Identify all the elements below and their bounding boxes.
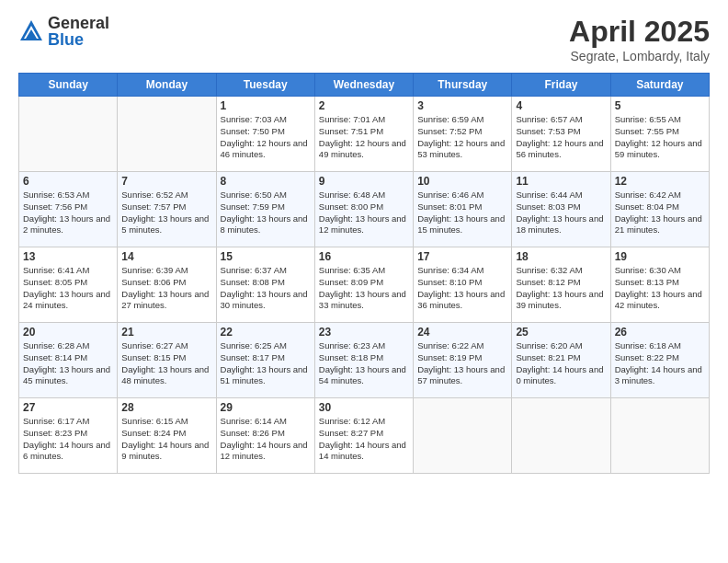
day-number: 13 bbox=[23, 250, 113, 263]
calendar: Sunday Monday Tuesday Wednesday Thursday… bbox=[18, 73, 710, 474]
day-info: Sunrise: 6:57 AM Sunset: 7:53 PM Dayligh… bbox=[516, 114, 606, 161]
col-friday: Friday bbox=[512, 74, 610, 97]
day-cell: 19Sunrise: 6:30 AM Sunset: 8:13 PM Dayli… bbox=[610, 247, 709, 323]
subtitle: Segrate, Lombardy, Italy bbox=[569, 49, 710, 63]
day-info: Sunrise: 6:23 AM Sunset: 8:18 PM Dayligh… bbox=[319, 340, 409, 387]
header: General Blue April 2025 Segrate, Lombard… bbox=[18, 15, 710, 63]
day-number: 30 bbox=[319, 401, 409, 414]
week-row-2: 13Sunrise: 6:41 AM Sunset: 8:05 PM Dayli… bbox=[19, 247, 710, 323]
day-info: Sunrise: 6:30 AM Sunset: 8:13 PM Dayligh… bbox=[615, 265, 705, 312]
day-cell: 10Sunrise: 6:46 AM Sunset: 8:01 PM Dayli… bbox=[414, 172, 512, 247]
day-cell: 29Sunrise: 6:14 AM Sunset: 8:26 PM Dayli… bbox=[216, 398, 314, 474]
col-monday: Monday bbox=[118, 74, 216, 97]
day-info: Sunrise: 6:53 AM Sunset: 7:56 PM Dayligh… bbox=[23, 190, 113, 236]
day-cell: 9Sunrise: 6:48 AM Sunset: 8:00 PM Daylig… bbox=[314, 172, 413, 247]
day-info: Sunrise: 6:34 AM Sunset: 8:10 PM Dayligh… bbox=[417, 265, 507, 312]
day-cell: 14Sunrise: 6:39 AM Sunset: 8:06 PM Dayli… bbox=[118, 247, 216, 323]
day-number: 3 bbox=[417, 99, 507, 112]
day-cell bbox=[118, 97, 216, 172]
day-cell: 3Sunrise: 6:59 AM Sunset: 7:52 PM Daylig… bbox=[414, 97, 512, 172]
day-number: 23 bbox=[319, 326, 409, 339]
logo-general: General bbox=[48, 15, 109, 31]
day-cell: 26Sunrise: 6:18 AM Sunset: 8:22 PM Dayli… bbox=[610, 323, 709, 398]
day-info: Sunrise: 6:28 AM Sunset: 8:14 PM Dayligh… bbox=[23, 340, 113, 387]
day-number: 10 bbox=[417, 175, 507, 188]
day-info: Sunrise: 6:14 AM Sunset: 8:26 PM Dayligh… bbox=[221, 416, 311, 463]
col-tuesday: Tuesday bbox=[216, 74, 314, 97]
day-cell bbox=[414, 398, 512, 474]
day-info: Sunrise: 6:15 AM Sunset: 8:24 PM Dayligh… bbox=[121, 416, 211, 463]
day-cell: 24Sunrise: 6:22 AM Sunset: 8:19 PM Dayli… bbox=[414, 323, 512, 398]
day-info: Sunrise: 6:50 AM Sunset: 7:59 PM Dayligh… bbox=[221, 190, 311, 236]
col-sunday: Sunday bbox=[19, 74, 118, 97]
day-number: 27 bbox=[23, 401, 113, 414]
day-cell: 8Sunrise: 6:50 AM Sunset: 7:59 PM Daylig… bbox=[216, 172, 314, 247]
day-number: 2 bbox=[319, 99, 409, 112]
day-number: 16 bbox=[319, 250, 409, 263]
day-cell: 7Sunrise: 6:52 AM Sunset: 7:57 PM Daylig… bbox=[118, 172, 216, 247]
week-row-4: 27Sunrise: 6:17 AM Sunset: 8:23 PM Dayli… bbox=[19, 398, 710, 474]
day-number: 8 bbox=[221, 175, 311, 188]
day-info: Sunrise: 6:39 AM Sunset: 8:06 PM Dayligh… bbox=[121, 265, 211, 312]
day-info: Sunrise: 6:55 AM Sunset: 7:55 PM Dayligh… bbox=[615, 114, 705, 161]
day-number: 22 bbox=[221, 326, 311, 339]
day-info: Sunrise: 7:01 AM Sunset: 7:51 PM Dayligh… bbox=[319, 114, 409, 161]
day-number: 25 bbox=[516, 326, 606, 339]
logo-icon bbox=[18, 18, 44, 44]
day-cell: 17Sunrise: 6:34 AM Sunset: 8:10 PM Dayli… bbox=[414, 247, 512, 323]
day-number: 29 bbox=[221, 401, 311, 414]
day-info: Sunrise: 6:44 AM Sunset: 8:03 PM Dayligh… bbox=[516, 190, 606, 236]
day-info: Sunrise: 6:27 AM Sunset: 8:15 PM Dayligh… bbox=[121, 340, 211, 387]
day-info: Sunrise: 6:32 AM Sunset: 8:12 PM Dayligh… bbox=[516, 265, 606, 312]
day-number: 4 bbox=[516, 99, 606, 112]
day-cell: 28Sunrise: 6:15 AM Sunset: 8:24 PM Dayli… bbox=[118, 398, 216, 474]
day-number: 1 bbox=[221, 99, 311, 112]
day-number: 9 bbox=[319, 175, 409, 188]
day-cell bbox=[19, 97, 118, 172]
day-info: Sunrise: 7:03 AM Sunset: 7:50 PM Dayligh… bbox=[221, 114, 311, 161]
day-cell: 16Sunrise: 6:35 AM Sunset: 8:09 PM Dayli… bbox=[314, 247, 413, 323]
day-info: Sunrise: 6:12 AM Sunset: 8:27 PM Dayligh… bbox=[319, 416, 409, 463]
day-number: 5 bbox=[615, 99, 705, 112]
day-cell: 20Sunrise: 6:28 AM Sunset: 8:14 PM Dayli… bbox=[19, 323, 118, 398]
day-cell: 30Sunrise: 6:12 AM Sunset: 8:27 PM Dayli… bbox=[314, 398, 413, 474]
day-number: 28 bbox=[121, 401, 211, 414]
col-saturday: Saturday bbox=[610, 74, 709, 97]
day-cell bbox=[512, 398, 610, 474]
header-row: Sunday Monday Tuesday Wednesday Thursday… bbox=[19, 74, 710, 97]
day-number: 15 bbox=[221, 250, 311, 263]
logo: General Blue bbox=[18, 15, 109, 48]
col-thursday: Thursday bbox=[414, 74, 512, 97]
week-row-3: 20Sunrise: 6:28 AM Sunset: 8:14 PM Dayli… bbox=[19, 323, 710, 398]
day-info: Sunrise: 6:25 AM Sunset: 8:17 PM Dayligh… bbox=[221, 340, 311, 387]
week-row-1: 6Sunrise: 6:53 AM Sunset: 7:56 PM Daylig… bbox=[19, 172, 710, 247]
day-number: 26 bbox=[615, 326, 705, 339]
day-cell: 21Sunrise: 6:27 AM Sunset: 8:15 PM Dayli… bbox=[118, 323, 216, 398]
day-cell: 1Sunrise: 7:03 AM Sunset: 7:50 PM Daylig… bbox=[216, 97, 314, 172]
day-cell: 5Sunrise: 6:55 AM Sunset: 7:55 PM Daylig… bbox=[610, 97, 709, 172]
day-number: 14 bbox=[121, 250, 211, 263]
day-cell: 4Sunrise: 6:57 AM Sunset: 7:53 PM Daylig… bbox=[512, 97, 610, 172]
day-info: Sunrise: 6:42 AM Sunset: 8:04 PM Dayligh… bbox=[615, 190, 705, 236]
day-cell: 12Sunrise: 6:42 AM Sunset: 8:04 PM Dayli… bbox=[610, 172, 709, 247]
day-number: 11 bbox=[516, 175, 606, 188]
main-title: April 2025 bbox=[569, 15, 710, 49]
day-cell: 25Sunrise: 6:20 AM Sunset: 8:21 PM Dayli… bbox=[512, 323, 610, 398]
day-cell: 2Sunrise: 7:01 AM Sunset: 7:51 PM Daylig… bbox=[314, 97, 413, 172]
title-area: April 2025 Segrate, Lombardy, Italy bbox=[569, 15, 710, 63]
day-cell: 27Sunrise: 6:17 AM Sunset: 8:23 PM Dayli… bbox=[19, 398, 118, 474]
day-info: Sunrise: 6:46 AM Sunset: 8:01 PM Dayligh… bbox=[417, 190, 507, 236]
day-number: 17 bbox=[417, 250, 507, 263]
day-info: Sunrise: 6:22 AM Sunset: 8:19 PM Dayligh… bbox=[417, 340, 507, 387]
day-info: Sunrise: 6:59 AM Sunset: 7:52 PM Dayligh… bbox=[417, 114, 507, 161]
day-info: Sunrise: 6:37 AM Sunset: 8:08 PM Dayligh… bbox=[221, 265, 311, 312]
logo-blue: Blue bbox=[48, 31, 109, 48]
day-number: 24 bbox=[417, 326, 507, 339]
day-info: Sunrise: 6:48 AM Sunset: 8:00 PM Dayligh… bbox=[319, 190, 409, 236]
day-number: 18 bbox=[516, 250, 606, 263]
day-cell: 15Sunrise: 6:37 AM Sunset: 8:08 PM Dayli… bbox=[216, 247, 314, 323]
logo-text: General Blue bbox=[48, 15, 109, 48]
day-info: Sunrise: 6:17 AM Sunset: 8:23 PM Dayligh… bbox=[23, 416, 113, 463]
day-number: 7 bbox=[121, 175, 211, 188]
day-cell: 18Sunrise: 6:32 AM Sunset: 8:12 PM Dayli… bbox=[512, 247, 610, 323]
